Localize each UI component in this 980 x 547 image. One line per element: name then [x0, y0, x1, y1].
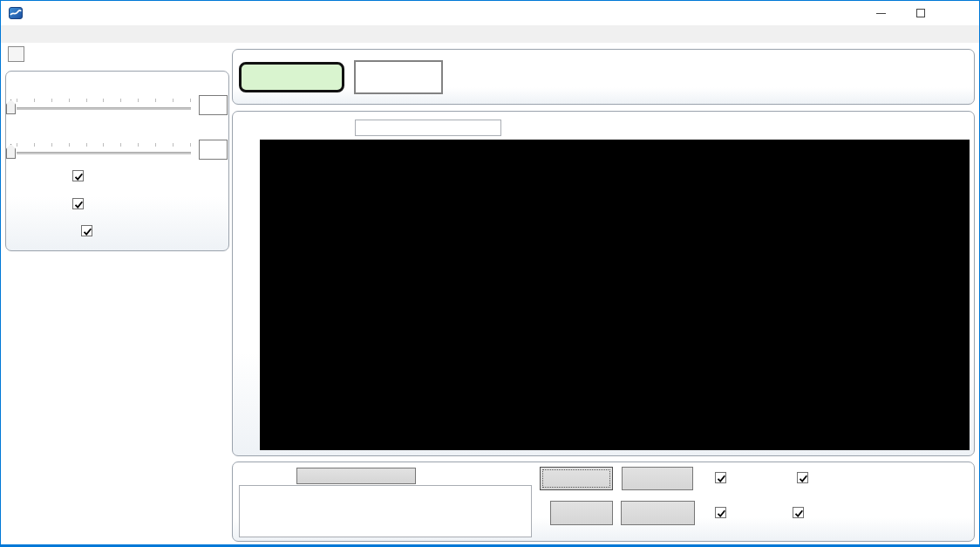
- maximize-button[interactable]: [901, 1, 940, 25]
- ultrasound-image-area[interactable]: [260, 140, 970, 450]
- collapse-settings-button[interactable]: [8, 46, 24, 62]
- checkbox-icon: [81, 225, 92, 236]
- enable-scan-button[interactable]: [239, 62, 344, 92]
- intensity-slider-track[interactable]: [17, 107, 191, 110]
- checkbox-show-thick[interactable]: [797, 472, 813, 483]
- max-thickness-slider-thumb[interactable]: [6, 144, 16, 159]
- minimize-button[interactable]: [861, 1, 901, 25]
- checkbox-icon: [715, 507, 726, 518]
- intensity-value[interactable]: [199, 95, 228, 115]
- checkbox-icon: [72, 170, 84, 181]
- title-bar: [1, 1, 979, 25]
- checkbox-user-markers[interactable]: [793, 507, 809, 518]
- menu-ultrasound-mode[interactable]: [16, 31, 30, 37]
- note-panel: [232, 462, 975, 542]
- save-scan-button[interactable]: [296, 468, 416, 484]
- note-input[interactable]: [239, 485, 532, 537]
- checkbox-auto-image-adjust[interactable]: [72, 198, 89, 209]
- menu-file[interactable]: [1, 31, 16, 37]
- intensity-slider-thumb[interactable]: [6, 99, 16, 114]
- clear-track-button[interactable]: [622, 467, 693, 490]
- track-interface-button[interactable]: [540, 467, 613, 490]
- settings-panel: [5, 71, 229, 251]
- checkbox-icon: [797, 472, 808, 483]
- app-icon: [9, 6, 23, 20]
- max-thickness-slider-track[interactable]: [17, 152, 191, 154]
- close-button[interactable]: [940, 1, 979, 25]
- ultrasound-image[interactable]: [260, 140, 970, 450]
- scan-status-box: [354, 60, 443, 94]
- max-thickness-value[interactable]: [199, 140, 228, 160]
- checkbox-icon: [793, 507, 804, 518]
- checkbox-auto-save-scan[interactable]: [81, 225, 98, 236]
- checkbox-bx-markers[interactable]: [715, 507, 732, 518]
- checkbox-show-tracks[interactable]: [715, 472, 732, 483]
- intensity-slider-ticks: [17, 99, 191, 102]
- image-panel: [232, 111, 975, 456]
- menu-help[interactable]: [30, 31, 44, 37]
- minimize-icon: [876, 13, 886, 14]
- remove-marker-button[interactable]: [621, 501, 695, 525]
- max-thickness-slider-ticks: [17, 143, 191, 147]
- add-marker-button[interactable]: [550, 501, 613, 525]
- menu-bar: [1, 25, 979, 43]
- app-window: [0, 0, 980, 547]
- scan-control-panel: [232, 49, 975, 105]
- maximize-icon: [916, 9, 925, 17]
- checkbox-icon: [715, 472, 726, 483]
- checkbox-icon: [72, 198, 84, 209]
- checkbox-ignore-low-signal[interactable]: [72, 170, 89, 181]
- measured-thickness-input[interactable]: [355, 120, 501, 136]
